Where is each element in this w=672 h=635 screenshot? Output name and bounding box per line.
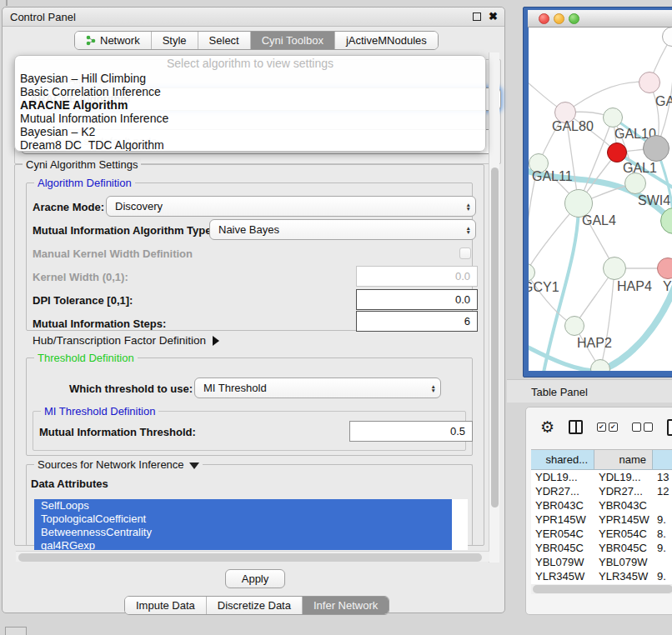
aracne-mode-combobox[interactable]: Discovery ▲▼ bbox=[106, 196, 476, 217]
kernel-width-field[interactable]: 0.0 bbox=[356, 266, 478, 287]
table-scroll-thumb[interactable] bbox=[533, 585, 672, 593]
data-attribute-item[interactable]: SelfLoops bbox=[34, 499, 452, 512]
tab-impute-data[interactable]: Impute Data bbox=[125, 597, 206, 614]
close-icon[interactable]: ✖ bbox=[489, 10, 498, 22]
network-node[interactable] bbox=[643, 135, 669, 162]
network-node-label: GAL4 bbox=[582, 213, 616, 228]
select-all-columns-icon[interactable]: ✔✔ bbox=[597, 422, 618, 432]
threshold-definition-title: Threshold Definition bbox=[34, 352, 138, 364]
sources-title[interactable]: Sources for Network Inference bbox=[34, 458, 203, 471]
tab-cyni-toolbox[interactable]: Cyni Toolbox bbox=[250, 32, 334, 49]
float-window-icon[interactable] bbox=[473, 12, 481, 21]
tab-discretize-data[interactable]: Discretize Data bbox=[206, 597, 302, 614]
tab-network[interactable]: Network bbox=[75, 32, 151, 49]
tab-jactivemnodules[interactable]: jActiveMNodules bbox=[334, 32, 438, 49]
popup-algorithm-item[interactable]: Mutual Information Inference bbox=[15, 112, 485, 125]
data-attribute-item[interactable]: BetweennessCentrality bbox=[34, 526, 452, 539]
table-cell: YER054C bbox=[594, 527, 653, 541]
table-panel: ⚙ ✔✔ shared... name YDL19...YDL19...13YD… bbox=[525, 407, 672, 615]
network-node-gal1[interactable] bbox=[607, 142, 627, 162]
table-cell: YPR145W bbox=[594, 512, 653, 527]
horizontal-scroll-thumb[interactable] bbox=[18, 553, 482, 562]
control-panel-titlebar: Control Panel ✖ bbox=[3, 8, 504, 27]
table-cell: 8. bbox=[653, 527, 672, 541]
table-cell: YDR27... bbox=[594, 484, 653, 498]
apply-button[interactable]: Apply bbox=[225, 569, 285, 588]
column-layout-icon[interactable] bbox=[569, 420, 583, 434]
mi-steps-field[interactable]: 6 bbox=[356, 311, 478, 332]
mi-threshold-field[interactable]: 0.5 bbox=[349, 421, 473, 442]
settings-vertical-scrollbar[interactable] bbox=[489, 52, 499, 562]
dpi-tolerance-field[interactable]: 0.0 bbox=[356, 289, 478, 310]
deselect-all-columns-icon[interactable] bbox=[632, 422, 653, 432]
cyni-bottom-tabs: Impute Data Discretize Data Infer Networ… bbox=[124, 596, 389, 615]
tab-select[interactable]: Select bbox=[198, 32, 250, 49]
data-attribute-item[interactable]: TopologicalCoefficient bbox=[34, 512, 452, 526]
popup-algorithm-item[interactable]: Bayesian – Hill Climbing bbox=[15, 72, 485, 85]
minimize-traffic-light-icon[interactable] bbox=[554, 13, 564, 24]
zoom-traffic-light-icon[interactable] bbox=[569, 13, 579, 24]
table-row[interactable]: YBR045CYBR045C9. bbox=[531, 541, 672, 555]
network-window-titlebar[interactable] bbox=[528, 10, 672, 28]
tab-style[interactable]: Style bbox=[151, 32, 198, 49]
network-node-hap4[interactable] bbox=[603, 257, 626, 280]
vertical-scroll-thumb[interactable] bbox=[491, 168, 499, 508]
column-header-shared-name[interactable]: shared... bbox=[531, 450, 594, 470]
attr-items: SelfLoopsTopologicalCoefficientBetweenne… bbox=[34, 499, 468, 550]
network-node-swi4[interactable] bbox=[624, 172, 646, 194]
unchecked-box-icon bbox=[644, 422, 653, 432]
column-header-name[interactable]: name bbox=[594, 450, 653, 470]
network-node-gal10[interactable] bbox=[603, 108, 623, 128]
gear-icon[interactable]: ⚙ bbox=[540, 418, 554, 437]
manual-kernel-checkbox[interactable] bbox=[459, 248, 471, 259]
popup-algorithm-item[interactable]: Dream8 DC_TDC Algorithm bbox=[15, 138, 485, 152]
table-cell: 9. bbox=[653, 569, 672, 583]
tab-cyni-toolbox-label: Cyni Toolbox bbox=[262, 34, 323, 47]
window-grip[interactable] bbox=[5, 627, 27, 635]
table-row[interactable]: YDR27...YDR27...12 bbox=[531, 484, 672, 498]
combo-stepper-icon: ▲▼ bbox=[466, 202, 471, 211]
popup-algorithm-item[interactable]: ARACNE Algorithm bbox=[15, 98, 485, 112]
table-cell: YER054C bbox=[531, 527, 594, 541]
data-attribute-item[interactable]: gal4RGexp bbox=[34, 539, 452, 550]
close-traffic-light-icon[interactable] bbox=[539, 13, 549, 24]
popup-algorithm-item[interactable]: Bayesian – K2 bbox=[15, 125, 485, 138]
table-cell: YBR045C bbox=[531, 541, 594, 555]
network-view-window[interactable]: GAL2GAL80GAL10GAL1GAL11SWI4GAL4GCY1HAP4Y… bbox=[523, 7, 672, 378]
table-panel-title: Table Panel bbox=[531, 386, 588, 398]
checked-box-icon: ✔ bbox=[597, 422, 606, 432]
popup-placeholder[interactable]: Select algorithm to view settings bbox=[15, 56, 485, 72]
hub-definition-toggle[interactable]: Hub/Transcription Factor Definition bbox=[33, 334, 219, 347]
table-cell: 12 bbox=[653, 484, 672, 498]
popup-algorithm-item[interactable]: Basic Correlation Inference bbox=[15, 85, 485, 98]
mi-steps-label: Mutual Information Steps: bbox=[33, 318, 166, 330]
network-node-label: GAL2 bbox=[655, 94, 672, 109]
mi-type-combobox[interactable]: Naive Bayes ▲▼ bbox=[209, 219, 476, 240]
network-node-label: GAL80 bbox=[552, 119, 594, 134]
table-cell: YDL19... bbox=[594, 470, 653, 484]
column-header-partial[interactable] bbox=[653, 450, 672, 470]
table-row[interactable]: YBR043CYBR043C bbox=[531, 498, 672, 512]
data-attributes-list[interactable]: SelfLoopsTopologicalCoefficientBetweenne… bbox=[34, 499, 468, 550]
which-threshold-combobox[interactable]: MI Threshold ▲▼ bbox=[194, 378, 441, 398]
network-canvas[interactable]: GAL2GAL80GAL10GAL1GAL11SWI4GAL4GCY1HAP4Y… bbox=[529, 28, 672, 371]
settings-horizontal-scrollbar[interactable] bbox=[16, 551, 489, 562]
algorithm-dropdown-popup: Select algorithm to view settings Bayesi… bbox=[14, 55, 486, 152]
network-node-hap2[interactable] bbox=[564, 316, 584, 336]
table-row[interactable]: YER054CYER054C8. bbox=[531, 527, 672, 541]
export-table-icon[interactable] bbox=[667, 419, 672, 436]
mi-threshold-label: Mutual Information Threshold: bbox=[39, 426, 196, 438]
table-panel-toolbar: ⚙ ✔✔ bbox=[526, 408, 672, 447]
table-cell: YBL079W bbox=[594, 555, 653, 569]
tab-infer-network[interactable]: Infer Network bbox=[302, 597, 389, 614]
table-row[interactable]: YPR145WYPR145W9. bbox=[531, 512, 672, 527]
table-row[interactable]: YDL19...YDL19...13 bbox=[531, 470, 672, 484]
table-row[interactable]: YBL079WYBL079W bbox=[531, 555, 672, 569]
table-cell: YLR345W bbox=[531, 569, 594, 583]
tab-infer-network-label: Infer Network bbox=[313, 599, 378, 612]
tab-impute-data-label: Impute Data bbox=[136, 599, 195, 612]
table-row[interactable]: YLR345WYLR345W9. bbox=[531, 569, 672, 583]
network-node-gal2[interactable] bbox=[639, 72, 660, 93]
table-horizontal-scrollbar[interactable] bbox=[531, 584, 672, 594]
table-body: YDL19...YDL19...13YDR27...YDR27...12YBR0… bbox=[531, 470, 672, 588]
